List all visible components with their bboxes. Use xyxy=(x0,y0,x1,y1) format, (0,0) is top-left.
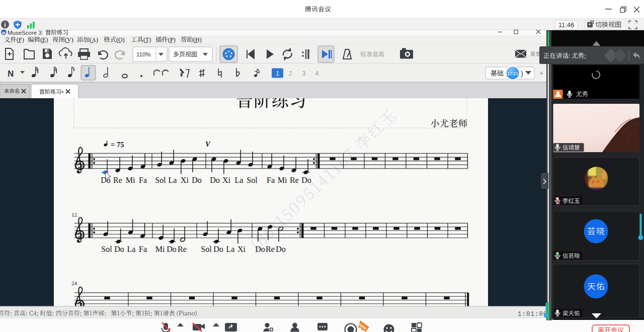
svg-text:V: V xyxy=(205,140,211,148)
svg-text:La: La xyxy=(169,176,177,184)
svg-text:3: 3 xyxy=(302,70,306,77)
svg-text:Xi: Xi xyxy=(222,176,231,184)
svg-text:Do: Do xyxy=(210,176,220,184)
svg-text:= 75: = 75 xyxy=(111,141,124,149)
svg-text:): ) xyxy=(521,70,523,78)
svg-text:(T): (T) xyxy=(143,36,151,43)
svg-text:(V): (V) xyxy=(65,36,73,43)
svg-text:Mi: Mi xyxy=(126,176,135,184)
svg-text:(E): (E) xyxy=(40,36,48,43)
svg-text:La: La xyxy=(235,176,244,184)
svg-text:(A): (A) xyxy=(90,36,98,43)
svg-text:Fa: Fa xyxy=(139,176,147,184)
svg-text:Do: Do xyxy=(213,245,223,253)
svg-text:Sol: Sol xyxy=(155,176,166,184)
svg-text:110%: 110% xyxy=(136,51,151,57)
svg-text:Mi: Mi xyxy=(155,245,165,253)
svg-text:La: La xyxy=(226,245,235,253)
svg-text:(P): (P) xyxy=(168,36,176,43)
svg-text:M: M xyxy=(2,31,6,35)
svg-text:Do: Do xyxy=(192,176,202,184)
svg-text:(F): (F) xyxy=(17,36,24,43)
svg-text:Do: Do xyxy=(167,245,177,253)
svg-text:Do: Do xyxy=(276,245,286,253)
svg-text:1:01:00: 1:01:00 xyxy=(518,311,548,318)
svg-text:N: N xyxy=(8,69,14,79)
svg-text:Sol: Sol xyxy=(247,176,258,184)
svg-text:Fa: Fa xyxy=(267,176,275,184)
svg-text:1: 1 xyxy=(276,70,279,77)
svg-text:(H): (H) xyxy=(193,36,202,43)
svg-text:12: 12 xyxy=(71,212,77,218)
svg-text:Mi: Mi xyxy=(278,176,287,184)
svg-text:Re: Re xyxy=(113,176,122,184)
svg-text:Do: Do xyxy=(301,176,311,184)
svg-text:2: 2 xyxy=(289,70,292,77)
svg-text:Re: Re xyxy=(178,245,187,253)
svg-text:Sol: Sol xyxy=(201,245,212,253)
svg-text:+: + xyxy=(539,69,543,77)
svg-text:Re: Re xyxy=(266,245,275,253)
svg-text:24: 24 xyxy=(71,280,77,286)
svg-text:Xi: Xi xyxy=(237,245,246,253)
svg-text:Do: Do xyxy=(255,245,265,253)
svg-text:11:46: 11:46 xyxy=(558,21,575,29)
svg-text:Re: Re xyxy=(290,176,299,184)
svg-text:Xi: Xi xyxy=(181,176,189,184)
svg-text:Do: Do xyxy=(114,245,124,253)
svg-text:La: La xyxy=(127,245,136,253)
svg-text:(O): (O) xyxy=(116,36,125,43)
svg-text:Sol: Sol xyxy=(101,245,112,253)
svg-text:MuseScore 3:: MuseScore 3: xyxy=(8,30,43,36)
svg-text:Fa: Fa xyxy=(139,245,147,253)
svg-text:17:21: 17:21 xyxy=(507,71,519,76)
svg-text:4: 4 xyxy=(315,70,319,77)
svg-text:*: * xyxy=(61,90,64,97)
